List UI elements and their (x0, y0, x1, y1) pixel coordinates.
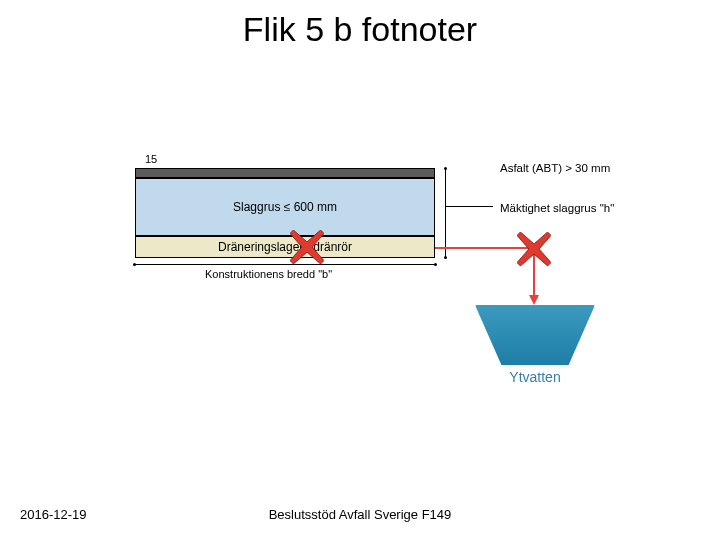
page-title: Flik 5 b fotnoter (0, 10, 720, 49)
slag-layer: Slaggrus ≤ 600 mm (135, 178, 435, 236)
top-tick-number: 15 (145, 153, 157, 165)
thickness-label: Mäktighet slaggrus "h" (500, 202, 614, 214)
width-dim-label: Konstruktionens bredd "b" (205, 268, 332, 280)
footer-center: Beslutsstöd Avfall Sverige F149 (0, 507, 720, 522)
outflow-arrowhead (529, 295, 539, 305)
cross-section-diagram: 15 Slaggrus ≤ 600 mm Dräneringslager / d… (115, 150, 615, 400)
slag-layer-label: Slaggrus ≤ 600 mm (233, 200, 337, 214)
width-dim-line (135, 264, 435, 265)
dim-dot (444, 256, 447, 259)
trapezoid-icon (475, 305, 595, 365)
drain-layer: Dräneringslager / dränrör (135, 236, 435, 258)
outflow-arrow-h (435, 247, 535, 249)
asphalt-label: Asfalt (ABT) > 30 mm (500, 162, 610, 174)
surface-water-shape: Ytvatten (475, 305, 595, 385)
asphalt-layer (135, 168, 435, 178)
drain-layer-label: Dräneringslager / dränrör (218, 240, 352, 254)
dim-dot (444, 167, 447, 170)
surface-water-label: Ytvatten (475, 369, 595, 385)
height-bracket (445, 168, 446, 258)
height-bracket-lead (445, 206, 493, 207)
outflow-arrow-v (533, 247, 535, 297)
